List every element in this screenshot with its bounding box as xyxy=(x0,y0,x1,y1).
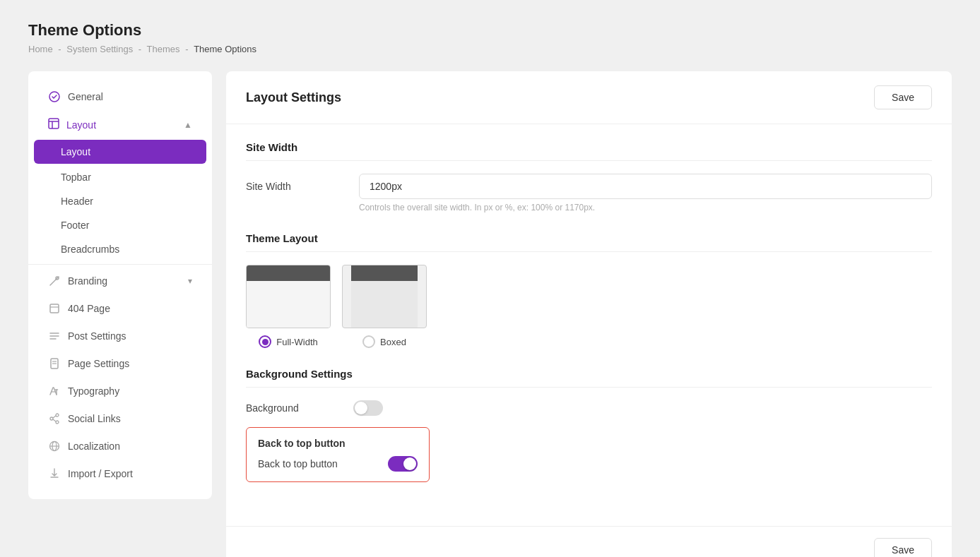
sidebar-group-layout-label: Layout xyxy=(66,119,96,131)
localization-icon xyxy=(48,440,61,453)
post-settings-icon xyxy=(48,330,61,342)
layout-option-full-width[interactable]: Full-Width xyxy=(246,265,331,348)
sidebar-sub-item-header[interactable]: Header xyxy=(28,189,212,213)
theme-layout-section: Theme Layout Full-Width xyxy=(246,232,932,348)
sidebar-item-404-label: 404 Page xyxy=(68,303,110,314)
layout-icon xyxy=(48,118,59,131)
sidebar-item-localization-label: Localization xyxy=(68,441,120,452)
radio-full-width[interactable] xyxy=(259,335,271,348)
sidebar-item-typography[interactable]: Typography xyxy=(34,378,206,405)
page-settings-icon xyxy=(48,357,61,370)
site-width-input[interactable] xyxy=(359,174,932,199)
svg-line-19 xyxy=(53,416,56,418)
404-icon xyxy=(48,302,61,315)
save-button-bottom[interactable]: Save xyxy=(874,538,932,557)
branding-icon xyxy=(48,275,61,287)
sidebar-item-import-export-label: Import / Export xyxy=(68,468,133,479)
sidebar-item-page-settings[interactable]: Page Settings xyxy=(34,350,206,377)
sidebar-sub-item-breadcrumbs[interactable]: Breadcrumbs xyxy=(28,237,212,261)
import-export-icon xyxy=(48,467,61,480)
content-title: Layout Settings xyxy=(246,90,341,105)
sidebar-item-post-settings-label: Post Settings xyxy=(68,330,126,342)
page-title: Theme Options xyxy=(28,21,952,40)
theme-layout-title: Theme Layout xyxy=(246,232,932,252)
layout-option-boxed[interactable]: Boxed xyxy=(342,265,427,348)
sidebar-group-layout: Layout ▲ Layout Topbar Header Footer Bre xyxy=(28,111,212,261)
sidebar-item-import-export[interactable]: Import / Export xyxy=(34,460,206,487)
svg-point-17 xyxy=(50,417,53,420)
site-width-hint: Controls the overall site width. In px o… xyxy=(359,203,932,212)
sidebar-item-page-settings-label: Page Settings xyxy=(68,358,129,369)
back-to-top-title: Back to top button xyxy=(258,438,418,449)
radio-boxed[interactable] xyxy=(362,335,375,348)
sidebar-sub-item-topbar[interactable]: Topbar xyxy=(28,165,212,189)
chevron-up-icon: ▲ xyxy=(184,120,192,130)
sidebar-sub-item-footer[interactable]: Footer xyxy=(28,213,212,237)
site-width-section-title: Site Width xyxy=(246,141,932,161)
chevron-down-icon: ▾ xyxy=(188,276,192,286)
sidebar-group-layout-header[interactable]: Layout ▲ xyxy=(34,111,206,138)
content-panel: Layout Settings Save Site Width Site Wid… xyxy=(226,71,952,557)
breadcrumb-system[interactable]: System Settings xyxy=(66,44,133,54)
back-to-top-toggle[interactable] xyxy=(388,456,418,472)
sidebar-item-404[interactable]: 404 Page xyxy=(34,295,206,322)
sidebar-item-localization[interactable]: Localization xyxy=(34,433,206,460)
sidebar-item-general[interactable]: General xyxy=(34,83,206,110)
sidebar-item-social-links-label: Social Links xyxy=(68,413,121,424)
site-width-section: Site Width Site Width Controls the overa… xyxy=(246,141,932,212)
svg-rect-7 xyxy=(50,304,59,313)
sidebar-sub-item-layout[interactable]: Layout xyxy=(34,140,206,164)
background-toggle[interactable] xyxy=(353,400,383,416)
sidebar-item-post-settings[interactable]: Post Settings xyxy=(34,323,206,349)
back-to-top-label: Back to top button xyxy=(258,458,338,469)
breadcrumb-current: Theme Options xyxy=(194,44,256,54)
sidebar-item-general-label: General xyxy=(68,91,103,102)
svg-line-20 xyxy=(53,419,56,421)
background-settings-section: Background Settings Background Back to t… xyxy=(246,368,932,482)
radio-full-width-label: Full-Width xyxy=(276,337,318,347)
back-to-top-section: Back to top button Back to top button xyxy=(246,427,430,482)
sidebar-item-typography-label: Typography xyxy=(68,385,119,397)
svg-point-16 xyxy=(56,414,59,417)
save-button-top[interactable]: Save xyxy=(874,85,932,109)
sidebar-item-social-links[interactable]: Social Links xyxy=(34,405,206,432)
svg-line-4 xyxy=(50,280,56,285)
svg-point-18 xyxy=(56,421,59,424)
breadcrumb-home[interactable]: Home xyxy=(28,44,53,54)
sidebar-item-branding[interactable]: Branding ▾ xyxy=(34,268,206,294)
typography-icon xyxy=(48,385,61,397)
background-label: Background xyxy=(246,402,345,414)
social-links-icon xyxy=(48,412,61,425)
breadcrumb: Home - System Settings - Themes - Theme … xyxy=(28,44,952,54)
sidebar: General Layout ▲ L xyxy=(28,71,212,499)
radio-boxed-label: Boxed xyxy=(380,337,406,347)
site-width-label: Site Width xyxy=(246,174,345,192)
background-settings-title: Background Settings xyxy=(246,368,932,388)
breadcrumb-themes[interactable]: Themes xyxy=(147,44,180,54)
svg-rect-1 xyxy=(49,119,59,128)
sidebar-item-branding-label: Branding xyxy=(68,275,107,287)
check-circle-icon xyxy=(48,90,61,103)
